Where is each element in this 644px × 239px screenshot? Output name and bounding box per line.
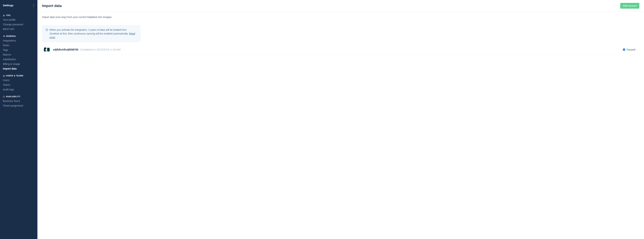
sidebar-item-audit-logs[interactable]: Audit logs [0,87,38,92]
sidebar-header: Settings [0,0,38,10]
sidebar-item-users[interactable]: Users [0,78,38,82]
svg-rect-8 [624,49,624,50]
info-text: When you activate the integration, 2 yea… [50,28,137,39]
content-area: Import data (one way) from your current … [38,12,644,59]
integration-row[interactable]: sdjfldkshflsdjf098765 Completed on 23/10… [42,44,639,55]
sidebar-item-rest-api[interactable]: REST API [0,27,38,31]
clock-icon [3,96,5,98]
sidebar-item-your-profile[interactable]: Your profile [0,17,38,22]
zendesk-icon [44,47,50,52]
sidebar-section-users-teams: USERS & TEAMS Users Teams Audit logs [0,73,38,92]
sidebar-section-general: GENERAL Integrations Rules Tags Macros S… [0,34,38,71]
sidebar-item-tags[interactable]: Tags [0,48,38,52]
page-description: Import data (one way) from your current … [42,16,639,18]
sidebar-section-label: AVAILABILITY [6,95,20,98]
sidebar-section-label: YOU [6,14,10,16]
sidebar-item-teams[interactable]: Teams [0,82,38,87]
sidebar-item-business-hours[interactable]: Business hours [0,99,38,103]
sidebar-section-header-you: YOU [0,13,38,17]
gear-icon [3,35,5,37]
sidebar-section-availability: AVAILABILITY Business hours Ticket assig… [0,94,38,108]
sidebar-item-import-data[interactable]: Import data [0,66,38,71]
chevron-right-icon: › [636,48,638,51]
info-message: When you activate the integration, 2 yea… [50,28,129,35]
main-header: Import data Add account [38,0,644,12]
info-callout: When you activate the integration, 2 yea… [42,25,140,42]
sidebar-item-change-password[interactable]: Change password [0,22,38,27]
integration-name: sdjfldkshflsdjf098765 [53,48,78,51]
integration-status: Paused › [623,48,638,51]
page-title: Import data [42,4,62,8]
sidebar-item-ticket-assignment[interactable]: Ticket assignment [0,103,38,108]
settings-sidebar: Settings YOU Your profile Change passwor… [0,0,38,239]
svg-point-2 [4,75,4,76]
integration-status-label: Paused [627,48,635,51]
sidebar-section-label: USERS & TEAMS [6,75,24,77]
sidebar-item-integrations[interactable]: Integrations [0,38,38,43]
sidebar-section-header-users-teams: USERS & TEAMS [0,73,38,78]
sidebar-section-label: GENERAL [6,35,16,37]
integration-meta: Completed on 23/10/2018 11:50 AM [80,48,623,51]
person-icon [3,14,5,16]
sidebar-title: Settings [3,4,14,7]
kebab-menu-icon[interactable] [32,3,34,7]
sidebar-section-you: YOU Your profile Change password REST AP… [0,13,38,31]
sidebar-item-billing-usage[interactable]: Billing & Usage [0,62,38,66]
sidebar-item-macros[interactable]: Macros [0,52,38,57]
svg-point-0 [4,14,4,15]
sidebar-section-header-general: GENERAL [0,34,38,38]
people-icon [3,75,5,77]
add-account-button[interactable]: Add account [620,3,639,9]
svg-point-1 [3,75,4,76]
sidebar-section-header-availability: AVAILABILITY [0,94,38,99]
pause-icon [623,48,625,51]
sidebar-item-rules[interactable]: Rules [0,43,38,48]
info-icon [46,28,48,39]
main-content: Import data Add account Import data (one… [38,0,644,239]
sidebar-item-satisfaction[interactable]: Satisfaction [0,57,38,62]
svg-point-6 [46,29,47,29]
